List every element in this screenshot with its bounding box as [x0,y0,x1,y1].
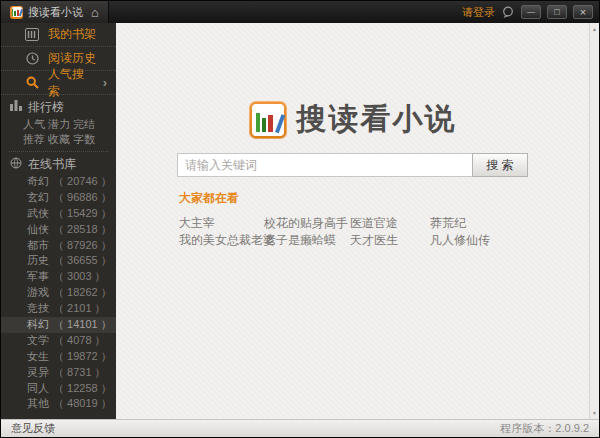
hot-link[interactable]: 老子是癞蛤蟆 [264,232,350,249]
titlebar: 搜读看小说 ⌂ 请登录 — □ × [1,1,599,23]
category-count: （ 48019 ） [53,396,112,412]
category-count: （ 28518 ） [53,222,112,238]
category-row[interactable]: 竞技 （ 2101 ） [1,301,116,317]
history-clock-icon [25,52,39,65]
sidebar-item-label: 阅读历史 [48,50,96,67]
bookshelf-icon [25,28,39,41]
ranking-link[interactable]: 字数 [73,132,98,147]
category-name: 军事 [27,269,49,285]
category-count: （ 18262 ） [53,285,112,301]
category-row[interactable]: 军事 （ 3003 ） [1,269,116,285]
maximize-button[interactable]: □ [547,5,567,19]
hot-link[interactable]: 大主宰 [179,215,264,232]
hot-section-title: 大家都在看 [179,190,589,207]
category-name: 历史 [27,253,49,269]
app-logo-icon [10,6,23,19]
category-row[interactable]: 都市 （ 87926 ） [1,238,116,254]
minimize-button[interactable]: — [521,5,541,19]
chevron-right-icon: › [103,75,116,90]
category-name: 奇幻 [27,174,49,190]
category-row[interactable]: 灵异 （ 8731 ） [1,365,116,381]
home-icon[interactable]: ⌂ [91,6,99,19]
scroll-up-icon[interactable]: ▲ [590,26,599,32]
category-row[interactable]: 文学 （ 4078 ） [1,333,116,349]
feedback-link[interactable]: 意见反馈 [11,421,55,436]
category-row[interactable]: 奇幻 （ 20746 ） [1,174,116,190]
category-list: 奇幻 （ 20746 ） 玄幻 （ 96886 ） 武侠 （ 15429 ） 仙… [1,174,116,412]
library-section-title: 在线书库 [28,156,76,173]
category-count: （ 2101 ） [53,301,106,317]
status-bar: 意见反馈 程序版本：2.0.9.2 [1,419,599,437]
ranking-links: 人气潜力完结推荐收藏字数 [1,117,116,147]
category-row[interactable]: 游戏 （ 18262 ） [1,285,116,301]
ranking-section-header: 排行榜 [1,99,116,115]
library-section-header: 在线书库 [1,156,116,172]
scrollbar[interactable]: ▲ ▼ [589,23,599,419]
app-window: 搜读看小说 ⌂ 请登录 — □ × 我的书架 [0,0,600,438]
category-count: （ 19872 ） [53,349,112,365]
category-row[interactable]: 女生 （ 19872 ） [1,349,116,365]
category-row[interactable]: 武侠 （ 15429 ） [1,206,116,222]
sidebar-item-bookshelf[interactable]: 我的书架 [1,23,116,47]
hot-link[interactable]: 医道官途 [350,215,430,232]
category-name: 游戏 [27,285,49,301]
category-count: （ 15429 ） [53,206,112,222]
hot-link[interactable]: 我的美女总裁老婆 [179,232,264,249]
category-name: 仙侠 [27,222,49,238]
category-row[interactable]: 仙侠 （ 28518 ） [1,222,116,238]
category-count: （ 36655 ） [53,253,112,269]
sidebar-divider [9,151,108,152]
category-name: 竞技 [27,301,49,317]
category-name: 灵异 [27,365,49,381]
category-name: 其他 [27,396,49,412]
category-count: （ 4078 ） [53,333,106,349]
scroll-down-icon[interactable]: ▼ [590,410,599,416]
sidebar-item-label: 人气搜索 [48,66,94,100]
category-count: （ 8731 ） [53,365,106,381]
search-icon [25,76,39,89]
hot-link[interactable]: 莽荒纪 [430,215,589,232]
hot-link[interactable]: 凡人修仙传 [430,232,589,249]
main-content: 搜读看小说 搜 索 大家都在看 大主宰我的美女总裁老婆校花的贴身高手老子是癞蛤蟆… [116,23,589,419]
category-count: （ 12258 ） [53,381,112,397]
category-count: （ 14101 ） [53,317,112,333]
category-name: 女生 [27,349,49,365]
login-link[interactable]: 请登录 [462,5,495,20]
ranking-link[interactable]: 人气 [23,117,48,132]
globe-icon [10,157,22,172]
category-row[interactable]: 科幻 （ 14101 ） [1,317,116,333]
titlebar-app-tab[interactable]: 搜读看小说 ⌂ [1,1,109,23]
bar-chart-icon [10,100,22,114]
category-count: （ 96886 ） [53,190,112,206]
search-button[interactable]: 搜 索 [472,153,528,177]
sidebar: 我的书架 阅读历史 人气搜索 › [1,23,116,419]
category-name: 武侠 [27,206,49,222]
hot-section: 大家都在看 大主宰我的美女总裁老婆校花的贴身高手老子是癞蛤蟆医道官途天才医生莽荒… [116,190,589,249]
category-row[interactable]: 其他 （ 48019 ） [1,396,116,412]
logo-block: 搜读看小说 [116,99,589,140]
ranking-link[interactable]: 潜力 [48,117,73,132]
ranking-link[interactable]: 完结 [73,117,98,132]
category-count: （ 20746 ） [53,174,112,190]
category-count: （ 87926 ） [53,238,112,254]
logo-title: 搜读看小说 [297,99,457,140]
app-logo-icon-large [249,101,287,139]
category-name: 文学 [27,333,49,349]
sidebar-item-hot-search[interactable]: 人气搜索 › [1,71,116,95]
category-name: 同人 [27,381,49,397]
ranking-section-title: 排行榜 [28,99,64,116]
app-title: 搜读看小说 [28,5,83,20]
category-name: 科幻 [27,317,49,333]
category-row[interactable]: 历史 （ 36655 ） [1,253,116,269]
ranking-link[interactable]: 推荐 [23,132,48,147]
hot-link[interactable]: 天才医生 [350,232,430,249]
close-button[interactable]: × [573,5,593,19]
category-row[interactable]: 同人 （ 12258 ） [1,381,116,397]
search-input[interactable] [177,153,473,177]
settings-icon[interactable] [501,6,515,19]
category-row[interactable]: 玄幻 （ 96886 ） [1,190,116,206]
category-name: 玄幻 [27,190,49,206]
hot-link[interactable]: 校花的贴身高手 [264,215,350,232]
ranking-link[interactable]: 收藏 [48,132,73,147]
sidebar-item-label: 我的书架 [48,26,96,43]
